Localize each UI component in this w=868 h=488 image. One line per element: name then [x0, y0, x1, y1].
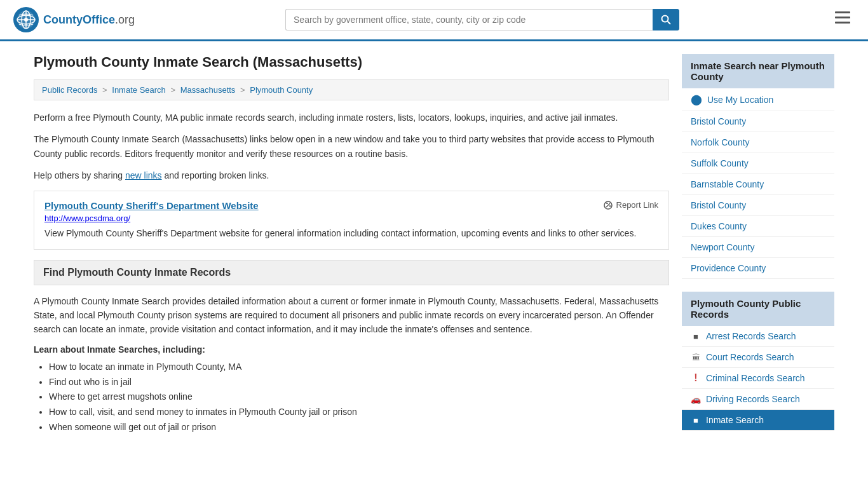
share-text2: and reporting broken links.: [162, 170, 269, 180]
report-link-button[interactable]: Report Link: [603, 200, 658, 210]
intro-paragraph-1: Perform a free Plymouth County, MA publi…: [34, 111, 669, 125]
public-records-section: Plymouth County Public Records ■ Arrest …: [682, 292, 834, 431]
list-item: When someone will get out of jail or pri…: [49, 420, 669, 435]
nearby-section: Inmate Search near Plymouth County ⬤ Use…: [682, 54, 834, 279]
report-icon: [603, 200, 613, 210]
hamburger-icon: [835, 11, 850, 24]
new-links-link[interactable]: new links: [125, 170, 162, 180]
nearby-county-barnstable[interactable]: Barnstable County: [682, 174, 834, 195]
svg-point-7: [662, 16, 668, 22]
list-item: How to call, visit, and send money to in…: [49, 405, 669, 420]
driving-records-item[interactable]: 🚗 Driving Records Search: [682, 389, 834, 410]
nearby-county-suffolk[interactable]: Suffolk County: [682, 153, 834, 174]
inmate-search-item[interactable]: ■ Inmate Search: [682, 410, 834, 431]
main-container: Plymouth County Inmate Search (Massachus…: [21, 41, 847, 448]
bristol-county-link-1[interactable]: Bristol County: [691, 116, 746, 126]
link-description: View Plymouth County Sheriff's Departmen…: [44, 227, 658, 240]
list-item: Where to get arrest mugshots online: [49, 390, 669, 405]
intro-paragraph-2: The Plymouth County Inmate Search (Massa…: [34, 132, 669, 161]
nearby-county-norfolk[interactable]: Norfolk County: [682, 132, 834, 153]
logo-area: CountyOffice.org: [13, 6, 135, 33]
find-section-header: Find Plymouth County Inmate Records: [34, 260, 669, 285]
arrest-records-item[interactable]: ■ Arrest Records Search: [682, 326, 834, 347]
court-records-icon: 🏛: [691, 352, 701, 362]
search-area: [285, 9, 679, 30]
bristol-county-link-2[interactable]: Bristol County: [691, 200, 746, 210]
norfolk-county-link[interactable]: Norfolk County: [691, 137, 750, 147]
nearby-section-header: Inmate Search near Plymouth County: [682, 54, 834, 88]
nearby-county-providence[interactable]: Providence County: [682, 258, 834, 279]
arrest-records-link[interactable]: Arrest Records Search: [706, 331, 796, 341]
nearby-county-bristol-1[interactable]: Bristol County: [682, 111, 834, 132]
svg-line-8: [668, 22, 671, 25]
page-title: Plymouth County Inmate Search (Massachus…: [34, 54, 669, 71]
use-my-location-item[interactable]: ⬤ Use My Location: [682, 88, 834, 111]
court-records-link[interactable]: Court Records Search: [706, 352, 794, 362]
share-paragraph: Help others by sharing new links and rep…: [34, 168, 669, 182]
breadcrumb-sep-3: >: [240, 85, 247, 95]
public-records-section-header: Plymouth County Public Records: [682, 292, 834, 326]
driving-records-icon: 🚗: [691, 394, 701, 404]
report-link-label: Report Link: [616, 200, 658, 210]
breadcrumb-sep-2: >: [170, 85, 177, 95]
hamburger-menu-button[interactable]: [830, 9, 855, 30]
arrest-records-icon: ■: [691, 331, 701, 341]
link-card: Plymouth County Sheriff's Department Web…: [34, 191, 669, 250]
breadcrumb-massachusetts[interactable]: Massachusetts: [180, 85, 236, 95]
dukes-county-link[interactable]: Dukes County: [691, 221, 747, 231]
criminal-records-item[interactable]: ! Criminal Records Search: [682, 368, 834, 389]
share-text: Help others by sharing: [34, 170, 125, 180]
newport-county-link[interactable]: Newport County: [691, 242, 754, 252]
search-input[interactable]: [285, 9, 653, 30]
content-area: Plymouth County Inmate Search (Massachus…: [34, 54, 669, 435]
list-item: How to locate an inmate in Plymouth Coun…: [49, 360, 669, 375]
breadcrumb: Public Records > Inmate Search > Massach…: [34, 79, 669, 100]
nearby-county-newport[interactable]: Newport County: [682, 237, 834, 258]
court-records-item[interactable]: 🏛 Court Records Search: [682, 347, 834, 368]
svg-rect-10: [835, 17, 850, 18]
svg-rect-9: [835, 11, 850, 13]
nearby-county-bristol-2[interactable]: Bristol County: [682, 195, 834, 216]
criminal-records-icon: !: [691, 373, 701, 383]
inmate-search-link[interactable]: Inmate Search: [706, 415, 764, 425]
link-url-anchor[interactable]: http://www.pcsdma.org/: [44, 214, 130, 223]
logo-icon: [13, 6, 39, 33]
driving-records-link[interactable]: Driving Records Search: [706, 394, 800, 404]
criminal-records-link[interactable]: Criminal Records Search: [706, 373, 805, 383]
search-icon: [661, 15, 671, 25]
link-card-header: Plymouth County Sheriff's Department Web…: [44, 200, 658, 211]
link-url[interactable]: http://www.pcsdma.org/: [44, 214, 658, 223]
svg-rect-11: [835, 22, 850, 24]
breadcrumb-inmate-search[interactable]: Inmate Search: [112, 85, 166, 95]
use-my-location-link[interactable]: Use My Location: [707, 95, 773, 105]
learn-heading: Learn about Inmate Searches, including:: [34, 344, 669, 355]
breadcrumb-sep-1: >: [102, 85, 109, 95]
link-card-title[interactable]: Plymouth County Sheriff's Department Web…: [44, 200, 259, 211]
find-paragraph: A Plymouth County Inmate Search provides…: [34, 294, 669, 337]
logo-text: CountyOffice.org: [43, 13, 135, 27]
svg-line-13: [606, 203, 610, 207]
nearby-county-dukes[interactable]: Dukes County: [682, 216, 834, 237]
page-header: CountyOffice.org: [0, 0, 868, 41]
search-button[interactable]: [653, 9, 679, 30]
breadcrumb-plymouth-county[interactable]: Plymouth County: [250, 85, 313, 95]
location-pin-icon: ⬤: [691, 93, 702, 105]
providence-county-link[interactable]: Providence County: [691, 263, 766, 273]
suffolk-county-link[interactable]: Suffolk County: [691, 158, 749, 168]
barnstable-county-link[interactable]: Barnstable County: [691, 179, 764, 189]
learn-list: How to locate an inmate in Plymouth Coun…: [34, 360, 669, 435]
breadcrumb-public-records[interactable]: Public Records: [42, 85, 97, 95]
inmate-search-icon: ■: [691, 415, 701, 425]
sidebar: Inmate Search near Plymouth County ⬤ Use…: [682, 54, 834, 435]
list-item: Find out who is in jail: [49, 375, 669, 390]
